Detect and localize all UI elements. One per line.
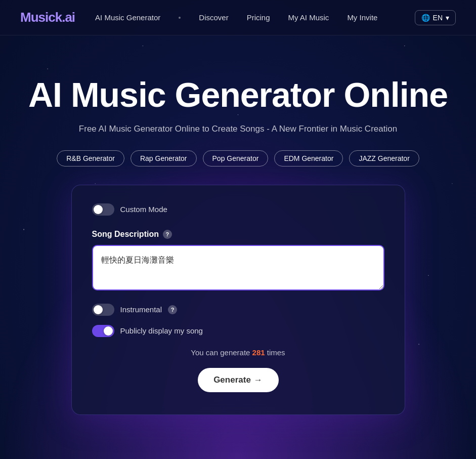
genre-pill-jazz[interactable]: JAZZ Generator (349, 150, 419, 166)
instrumental-row: Instrumental ? (92, 304, 384, 316)
instrumental-toggle[interactable] (92, 304, 114, 316)
toggle-thumb-custom (94, 205, 103, 214)
language-button[interactable]: 🌐 EN ▾ (415, 10, 456, 25)
song-description-label: Song Description (92, 230, 159, 239)
hero-title: AI Music Generator Online (28, 76, 448, 114)
hero-section: AI Music Generator Online Free AI Music … (0, 35, 476, 435)
nav-link-discover[interactable]: Discover (199, 13, 228, 22)
hero-subtitle: Free AI Music Generator Online to Create… (79, 124, 397, 134)
toggle-thumb-public (104, 326, 113, 336)
nav-links: AI Music Generator Discover Pricing My A… (95, 13, 414, 22)
public-display-label: Publicly display my song (120, 326, 203, 335)
public-display-row: Publicly display my song (92, 325, 384, 337)
navbar: Musick.ai AI Music Generator Discover Pr… (0, 0, 476, 35)
nav-link-my-ai-music[interactable]: My AI Music (288, 13, 329, 22)
instrumental-help-icon[interactable]: ? (168, 305, 177, 314)
toggle-thumb-instrumental (94, 305, 103, 314)
song-description-input[interactable] (92, 245, 384, 290)
custom-mode-toggle[interactable] (92, 203, 114, 216)
instrumental-label: Instrumental (120, 305, 162, 314)
nav-link-ai-music-generator[interactable]: AI Music Generator (95, 13, 160, 22)
nav-link-pricing[interactable]: Pricing (247, 13, 270, 22)
generate-info-prefix: You can generate (191, 348, 252, 357)
public-display-toggle[interactable] (92, 325, 114, 337)
generate-arrow-icon: → (254, 375, 263, 385)
generate-count: 281 (252, 348, 265, 357)
generate-button[interactable]: Generate→ (198, 368, 279, 392)
nav-right: 🌐 EN ▾ (415, 10, 456, 25)
logo-text-suffix: .ai (62, 10, 75, 25)
generate-info-suffix: times (265, 348, 285, 357)
song-description-label-row: Song Description ? (92, 230, 384, 239)
genre-pill-edm[interactable]: EDM Generator (274, 150, 343, 166)
generate-button-label: Generate (213, 375, 251, 385)
logo[interactable]: Musick.ai (20, 10, 75, 25)
custom-mode-label: Custom Mode (120, 205, 167, 214)
nav-link-my-invite[interactable]: My Invite (347, 13, 377, 22)
generate-info: You can generate 281 times (92, 348, 384, 357)
lang-label: EN (433, 14, 443, 22)
generator-card: Custom Mode Song Description ? Instrumen… (71, 185, 405, 415)
genre-pill-rap[interactable]: Rap Generator (131, 150, 197, 166)
logo-text-prefix: Musick (20, 10, 62, 25)
custom-mode-row: Custom Mode (92, 203, 384, 216)
song-description-help-icon[interactable]: ? (163, 230, 172, 239)
genre-pill-rnb[interactable]: R&B Generator (57, 150, 124, 166)
lang-globe-icon: 🌐 (421, 14, 430, 22)
genre-pills: R&B Generator Rap Generator Pop Generato… (57, 150, 419, 166)
nav-dot-1 (179, 17, 181, 19)
chevron-down-icon: ▾ (446, 14, 449, 22)
genre-pill-pop[interactable]: Pop Generator (203, 150, 269, 166)
